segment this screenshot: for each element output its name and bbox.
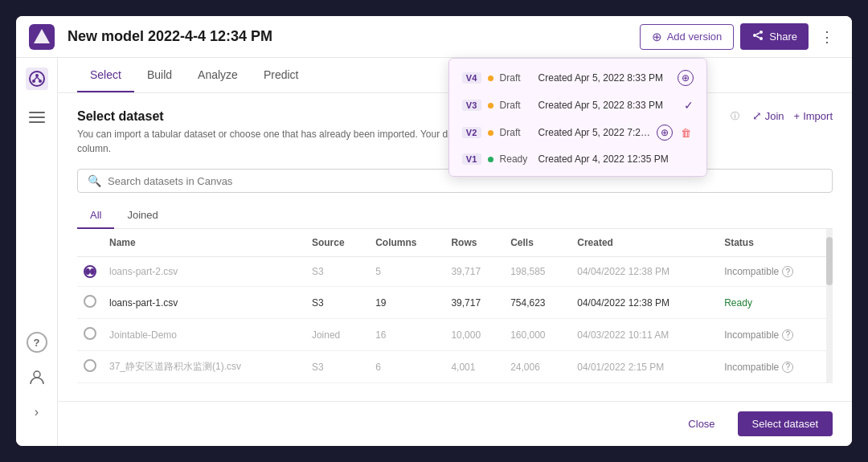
svg-point-3: [760, 31, 763, 34]
radio-cell[interactable]: [77, 287, 103, 319]
dataset-name: loans-part-1.csv: [103, 287, 305, 319]
dataset-columns: 16: [369, 319, 444, 351]
version-tag-v3: V3: [462, 100, 481, 111]
dataset-source: S3: [305, 287, 369, 319]
header: New model 2022-4-4 12:34 PM ⊕ Add versio…: [16, 16, 852, 58]
dataset-cells: 754,623: [504, 287, 571, 319]
sidebar-bottom: ? ›: [26, 171, 48, 436]
radio-cell[interactable]: [77, 257, 103, 287]
incompatible-help-icon[interactable]: ?: [782, 362, 793, 373]
svg-rect-13: [29, 112, 45, 113]
share-button[interactable]: Share: [740, 23, 809, 50]
svg-rect-14: [29, 117, 45, 118]
svg-point-2: [753, 34, 756, 37]
svg-line-12: [37, 77, 40, 80]
radio-button[interactable]: [84, 359, 96, 372]
search-icon: 🔍: [88, 174, 101, 187]
col-name: Name: [103, 229, 305, 257]
table-container: Name Source Columns Rows Cells Created S…: [77, 229, 833, 383]
sidebar-item-ml[interactable]: [26, 67, 48, 90]
radio-button[interactable]: [84, 295, 96, 308]
svg-point-7: [30, 72, 44, 86]
svg-line-5: [756, 33, 760, 35]
dataset-created: 04/01/2022 2:15 PM: [571, 351, 718, 383]
radio-button[interactable]: [84, 327, 96, 340]
body-layout: ? › Select Build Analyze Pre: [16, 58, 852, 446]
tab-build[interactable]: Build: [134, 59, 185, 92]
more-options-button[interactable]: ⋮: [815, 25, 839, 49]
dataset-rows: 4,001: [444, 351, 504, 383]
version-row-v4[interactable]: V4 Draft Created Apr 5, 2022 8:33 PM ⊕: [449, 63, 706, 92]
table-body: loans-part-2.csv S3 5 39,717 198,585 04/…: [77, 257, 833, 383]
select-dataset-button[interactable]: Select dataset: [738, 411, 833, 436]
share-label: Share: [769, 31, 797, 43]
close-button[interactable]: Close: [675, 412, 727, 435]
dataset-columns: 5: [369, 257, 444, 287]
col-cells: Cells: [504, 229, 571, 257]
dataset-created: 04/04/2022 12:38 PM: [571, 257, 718, 287]
radio-cell[interactable]: [77, 319, 103, 351]
dataset-columns: 6: [369, 351, 444, 383]
import-button[interactable]: + Import: [794, 110, 833, 122]
dataset-rows: 10,000: [444, 319, 504, 351]
dataset-cells: 160,000: [504, 319, 571, 351]
add-version-button[interactable]: ⊕ Add version: [640, 24, 735, 50]
version-tag-v4: V4: [462, 72, 481, 84]
sidebar-expand-button[interactable]: ›: [26, 401, 48, 423]
dataset-created: 04/04/2022 12:38 PM: [571, 287, 718, 319]
sidebar-user-icon[interactable]: [26, 366, 48, 388]
radio-button[interactable]: [84, 265, 96, 278]
filter-tab-all[interactable]: All: [77, 202, 114, 229]
version-tag-v1: V1: [462, 153, 481, 165]
sidebar-item-menu[interactable]: [26, 106, 48, 129]
version-dot-v1: [488, 157, 493, 162]
sidebar-help-icon[interactable]: ?: [27, 332, 47, 353]
tab-predict[interactable]: Predict: [251, 59, 312, 92]
table-row: 37_静安区道路积水监测(1).csv S3 6 4,001 24,006 04…: [77, 351, 833, 383]
dataset-source: S3: [305, 351, 369, 383]
version-add-icon-v2[interactable]: ⊕: [657, 125, 673, 141]
dataset-columns: 19: [369, 287, 444, 319]
page-title: New model 2022-4-4 12:34 PM: [68, 28, 640, 45]
status-incompatible: Incompatible ?: [724, 362, 826, 373]
filter-tabs: All Joined: [77, 202, 833, 229]
table-head: Name Source Columns Rows Cells Created S…: [77, 229, 833, 257]
section-actions: ⓘ ⤢ Join + Import: [731, 109, 833, 122]
version-add-icon-v4[interactable]: ⊕: [678, 70, 694, 86]
import-label: Import: [803, 110, 833, 122]
version-actions-v3: ✓: [684, 99, 694, 112]
svg-point-8: [35, 74, 39, 77]
tab-analyze[interactable]: Analyze: [185, 59, 251, 92]
version-row-v2[interactable]: V2 Draft Created Apr 5, 2022 7:2… ⊕ 🗑: [449, 118, 706, 147]
add-version-plus-icon: ⊕: [652, 30, 662, 44]
version-date-v1: Created Apr 4, 2022 12:35 PM: [538, 153, 687, 165]
dataset-source: Joined: [305, 319, 369, 351]
dataset-status: Incompatible ?: [718, 257, 833, 287]
version-row-v3[interactable]: V3 Draft Created Apr 5, 2022 8:33 PM ✓: [449, 92, 706, 118]
col-columns: Columns: [369, 229, 444, 257]
incompatible-help-icon[interactable]: ?: [782, 266, 793, 277]
scroll-thumb[interactable]: [826, 237, 833, 285]
version-status-v2: Draft: [500, 127, 532, 138]
version-status-v1: Ready: [500, 153, 532, 165]
radio-cell[interactable]: [77, 351, 103, 383]
version-row-v1[interactable]: V1 Ready Created Apr 4, 2022 12:35 PM: [449, 147, 706, 171]
table-row: Jointable-Demo Joined 16 10,000 160,000 …: [77, 319, 833, 351]
col-select: [77, 229, 103, 257]
join-button[interactable]: ⤢ Join: [752, 109, 784, 122]
version-popup: V4 Draft Created Apr 5, 2022 8:33 PM ⊕ V…: [448, 58, 707, 177]
filter-tab-joined[interactable]: Joined: [114, 202, 170, 229]
col-status: Status: [718, 229, 833, 257]
col-source: Source: [305, 229, 369, 257]
incompatible-help-icon[interactable]: ?: [782, 329, 793, 341]
dataset-status: Incompatible ?: [718, 351, 833, 383]
version-status-v4: Draft: [500, 72, 532, 84]
svg-rect-15: [29, 121, 45, 123]
scroll-track[interactable]: [826, 229, 833, 383]
sidebar: ? ›: [16, 58, 58, 446]
version-trash-icon-v2[interactable]: 🗑: [678, 125, 694, 141]
join-icon: ⤢: [752, 109, 762, 122]
version-tag-v2: V2: [462, 127, 481, 138]
status-ready: Ready: [724, 297, 752, 309]
tab-select[interactable]: Select: [77, 59, 134, 92]
